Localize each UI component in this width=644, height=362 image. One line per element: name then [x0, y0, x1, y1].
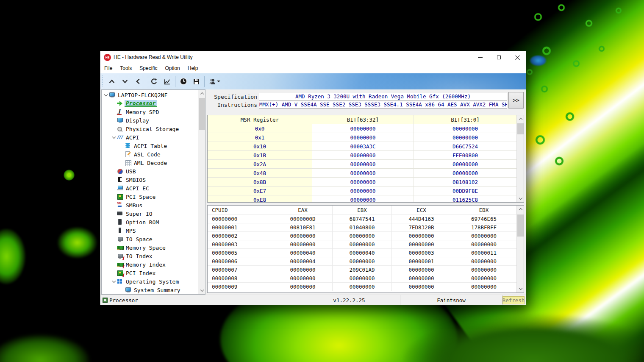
- cpuid-scrollbar[interactable]: [516, 206, 524, 292]
- scrollbar-up-arrow[interactable]: [198, 90, 205, 97]
- tree-item-acpi-ec[interactable]: ACPI EC: [102, 184, 198, 192]
- cpuid-value-cell: 00000000: [333, 274, 392, 283]
- cpuid-value-cell: 00000003: [208, 240, 273, 249]
- msr-register-row[interactable]: 0x00000000000000000: [208, 124, 516, 133]
- tree-item-memory-spd[interactable]: Memory SPD: [102, 108, 198, 116]
- tree-item-memory-space[interactable]: Memory Space: [102, 243, 198, 252]
- cpuid-data-row[interactable]: 0000000500000040000000400000000300000011: [208, 249, 516, 257]
- expander-chevron-icon[interactable]: [103, 92, 109, 98]
- expander-chevron-icon[interactable]: [111, 279, 117, 284]
- instructions-field[interactable]: MMX(+) AMD-V SSE4A SSE SSE2 SSE3 SSSE3 S…: [259, 101, 507, 109]
- minimize-button[interactable]: [472, 51, 489, 63]
- chart-button[interactable]: [161, 75, 174, 88]
- expander-chevron-icon[interactable]: [111, 135, 117, 140]
- scrollbar-up-arrow[interactable]: [517, 206, 524, 213]
- tree-item-processor[interactable]: Processor: [102, 99, 198, 108]
- cpuid-data-row[interactable]: 0000000800000000000000000000000000000000: [208, 274, 516, 283]
- cpuid-value-cell: 01040800: [333, 223, 392, 232]
- tree-item-label: System Summary: [133, 287, 182, 293]
- cpuid-data-row[interactable]: 0000000600000004000000000000000100000000: [208, 257, 516, 266]
- tree-item-smbios[interactable]: SMBIOS: [102, 175, 198, 184]
- cpuid-header-cell: EAX: [273, 206, 333, 215]
- tree-item-system-summary[interactable]: System Summary: [102, 286, 198, 294]
- msr-register-row[interactable]: 0x2A0000000000000000: [208, 160, 516, 169]
- msr-scrollbar[interactable]: [516, 115, 524, 202]
- refresh-button[interactable]: [147, 75, 161, 88]
- maximize-icon: [497, 56, 501, 59]
- windows-icon: [117, 278, 123, 284]
- tree-item-pci-space[interactable]: PCI Space: [102, 192, 198, 201]
- msr-value-cell: FEE00800: [414, 151, 516, 160]
- tree-item-physical-storage[interactable]: Physical Storage: [102, 125, 198, 133]
- tree-item-pci-index[interactable]: IPCI Index: [102, 269, 198, 277]
- maximize-button[interactable]: [490, 51, 507, 63]
- tree-item-smbus[interactable]: SMBus: [102, 201, 198, 209]
- scrollbar-up-arrow[interactable]: [517, 115, 524, 123]
- tree-item-mps[interactable]: MPS: [102, 226, 198, 235]
- scroll-down-button[interactable]: [118, 75, 131, 88]
- scroll-up-button[interactable]: [105, 75, 118, 88]
- msr-register-row[interactable]: 0xE800000000011625C8: [208, 195, 516, 202]
- tree-item-operating-system[interactable]: Operating System: [102, 277, 198, 286]
- user-button[interactable]: [206, 75, 223, 88]
- cpuid-value-cell: 00000002: [208, 232, 273, 240]
- cpuid-data-row[interactable]: 0000000100810F81010408007ED8320B178BFBFF: [208, 223, 516, 232]
- save-button[interactable]: [190, 75, 203, 88]
- msr-register-row[interactable]: 0xE70000000000DD9F8E: [208, 187, 516, 195]
- cpuid-data-row[interactable]: 000000000000000D68747541444D416369746E65: [208, 215, 516, 223]
- doc-edit-icon: [125, 151, 131, 157]
- tree-item-memory-index[interactable]: IMemory Index: [102, 260, 198, 269]
- menu-item-file[interactable]: File: [100, 64, 116, 72]
- tree-item-usb[interactable]: USB: [102, 167, 198, 175]
- ram-i-icon: I: [117, 262, 123, 267]
- cpuid-value-cell: 00000000: [451, 240, 516, 249]
- tree-item-label: AML Decode: [133, 160, 168, 166]
- tree-item-acpi[interactable]: ACPI: [102, 133, 198, 142]
- menu-item-tools[interactable]: Tools: [116, 64, 136, 72]
- tree-item-io-index[interactable]: IIO Index: [102, 252, 198, 260]
- app-icon: HE: [104, 54, 111, 61]
- cpuid-value-cell: 00000000: [451, 266, 516, 274]
- chart-icon: [164, 78, 171, 85]
- tree-item-super-io[interactable]: Super IO: [102, 209, 198, 218]
- scrollbar-down-arrow[interactable]: [517, 285, 524, 292]
- menu-item-specific[interactable]: Specific: [136, 64, 161, 72]
- user-dropdown-icon[interactable]: [217, 81, 220, 82]
- msr-register-row[interactable]: 0x1B00000000FEE00800: [208, 151, 516, 160]
- tree-item-asl-code[interactable]: ASL Code: [102, 150, 198, 159]
- tree-item-option-rom[interactable]: Option ROM: [102, 218, 198, 226]
- msr-header-row: MSR RegisterBIT[63:32]BIT[31:0]: [208, 115, 516, 124]
- scrollbar-down-arrow[interactable]: [198, 287, 205, 294]
- close-button[interactable]: [509, 51, 526, 63]
- tree-item-display[interactable]: Display: [102, 116, 198, 125]
- cpuid-data-row[interactable]: 0000000900000000000000000000000000000000: [208, 283, 516, 291]
- msr-register-row[interactable]: 0x1000003A3CD66C7524: [208, 142, 516, 151]
- tree-scrollbar[interactable]: [198, 90, 205, 294]
- msr-register-row[interactable]: 0x480000000000000000: [208, 169, 516, 178]
- tree-item-acpi-table[interactable]: ACPI Table: [102, 142, 198, 150]
- title-bar[interactable]: HE HE - Hardware Read & Write Utility: [100, 51, 526, 63]
- tree-item-label: Physical Storage: [125, 126, 180, 132]
- clock-button[interactable]: [177, 75, 190, 88]
- menu-item-help[interactable]: Help: [184, 64, 202, 72]
- menu-item-option[interactable]: Option: [161, 64, 183, 72]
- scrollbar-thumb[interactable]: [199, 98, 205, 130]
- back-button[interactable]: [131, 75, 144, 88]
- tree-item-aml-decode[interactable]: AML Decode: [102, 159, 198, 167]
- scrollbar-thumb[interactable]: [517, 123, 524, 134]
- scrollbar-down-arrow[interactable]: [517, 195, 524, 202]
- msr-register-row[interactable]: 0x8B0000000008108102: [208, 178, 516, 187]
- specification-field[interactable]: AMD Ryzen 3 3200U with Radeon Vega Mobil…: [259, 93, 507, 100]
- expander-spacer: [111, 270, 117, 276]
- expand-button[interactable]: >>: [508, 92, 524, 109]
- tree-item-io-space[interactable]: IO Space: [102, 235, 198, 243]
- msr-register-row[interactable]: 0x10000000000000000: [208, 133, 516, 142]
- scrollbar-thumb[interactable]: [517, 214, 524, 237]
- cpuid-data-row[interactable]: 0000000300000000000000000000000000000000: [208, 240, 516, 249]
- cpuid-data-row[interactable]: 0000000200000000000000000000000000000000: [208, 232, 516, 240]
- tree-item-laptop-flckq2nf[interactable]: LAPTOP-FLCKQ2NF: [102, 91, 198, 99]
- refresh-status-button[interactable]: Refresh: [502, 296, 525, 304]
- detail-panel: Specification AMD Ryzen 3 3200U with Rad…: [207, 89, 526, 295]
- toolbar-grip[interactable]: [102, 75, 103, 87]
- cpuid-data-row[interactable]: 0000000700000000209C01A90000000000000000: [208, 266, 516, 274]
